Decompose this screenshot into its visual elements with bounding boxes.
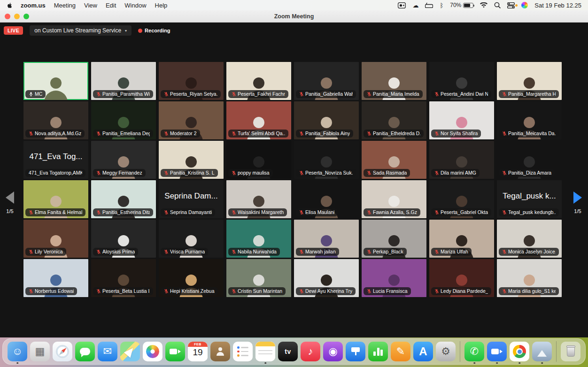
dock-notes-icon[interactable] bbox=[255, 342, 275, 361]
participant-tile[interactable]: Perkap_Black bbox=[362, 220, 426, 258]
prev-page-arrow-icon[interactable] bbox=[6, 191, 14, 204]
dock-trash-icon[interactable] bbox=[561, 342, 580, 361]
dock-apple-tv-icon[interactable]: tv bbox=[278, 342, 298, 361]
gallery-prev-page[interactable]: 1/5 bbox=[6, 191, 14, 214]
participant-tile[interactable]: Nabila Nurwahida bbox=[226, 220, 291, 258]
wifi-icon[interactable] bbox=[480, 2, 487, 8]
cloud-icon[interactable]: ☁ bbox=[412, 2, 418, 8]
dock-music-icon[interactable]: ♪ bbox=[301, 342, 320, 361]
participant-tile[interactable]: Peserta_Riyan Setya... bbox=[159, 62, 224, 100]
screen-capture-icon[interactable] bbox=[398, 2, 406, 8]
menu-item-window[interactable]: Window bbox=[124, 2, 146, 9]
apple-menu-icon[interactable] bbox=[7, 1, 13, 9]
participant-tile[interactable]: Peserta_Gabriel Okta... bbox=[429, 180, 494, 218]
keyboard-icon[interactable] bbox=[425, 3, 433, 8]
dock-finder-icon[interactable]: ☺ bbox=[8, 342, 27, 361]
menu-item-edit[interactable]: Edit bbox=[106, 2, 116, 9]
battery-indicator[interactable]: 70% bbox=[450, 2, 473, 8]
dock-pages-icon[interactable]: ✎ bbox=[391, 342, 410, 361]
participant-tile[interactable]: Panitia_Estherina Dita bbox=[91, 180, 156, 218]
dock-system-preferences-icon[interactable]: ⚙ bbox=[436, 342, 456, 361]
participant-tile[interactable]: Elma Fanita & Helmalia bbox=[23, 180, 88, 218]
participant-tile[interactable]: Hepi Kristiani Zebua bbox=[159, 259, 224, 297]
participant-tile[interactable]: Panitia_Maria Imelda bbox=[362, 62, 426, 100]
participant-tile[interactable]: Panitia_Fabiola Ainy bbox=[294, 101, 359, 139]
gallery-next-page[interactable]: 1/5 bbox=[573, 191, 582, 214]
participant-tile[interactable]: Monica Jaselyn Joice... bbox=[497, 220, 562, 258]
participant-tile[interactable]: Panitia_Paramitha Wi... bbox=[91, 62, 156, 100]
menu-bar-clock[interactable]: Sat 19 Feb 12.25 bbox=[534, 2, 581, 9]
participant-tile[interactable]: Peserta_Fakhri Fachr... bbox=[226, 62, 291, 100]
participant-tile[interactable]: Norbertus Edowai bbox=[23, 259, 88, 297]
menu-item-help[interactable]: Help bbox=[155, 2, 168, 9]
participant-tile[interactable]: Waisaktini Margareth bbox=[226, 180, 291, 218]
participant-tile[interactable]: Fawnia Azalia, S.Gz bbox=[362, 180, 426, 218]
participant-tile[interactable]: Panitia_Kristina S. L bbox=[159, 141, 224, 179]
participant-tile[interactable]: Aloysius Prima bbox=[91, 220, 156, 258]
participant-tile[interactable]: Lily Veronica bbox=[23, 220, 88, 258]
participant-tile[interactable]: Tegal_pusk k...Tegal_pusk kedungb... bbox=[497, 180, 562, 218]
participant-tile[interactable]: Turfa' Selmi Abdi Qa... bbox=[226, 101, 291, 139]
menu-item-view[interactable]: View bbox=[84, 2, 97, 9]
dock-app-store-icon[interactable]: A bbox=[413, 342, 433, 361]
minimize-window-button[interactable] bbox=[14, 14, 20, 19]
participant-tile[interactable]: Panitia_Margaretha Hia bbox=[497, 62, 562, 100]
dock-preview-document-icon[interactable] bbox=[532, 342, 552, 361]
live-stream-dropdown[interactable]: on Custom Live Streaming Service ▾ bbox=[30, 25, 132, 36]
participant-tile[interactable]: Vrisca Purnama bbox=[159, 220, 224, 258]
participant-tile[interactable]: Nor Syifa Shafira bbox=[429, 101, 494, 139]
participant-tile[interactable]: Elisa Maulani bbox=[294, 180, 359, 218]
dock-chrome-icon[interactable] bbox=[510, 342, 529, 361]
dock-reminders-icon[interactable] bbox=[233, 342, 253, 361]
participant-tile[interactable]: 471_Eva Tog...471_Eva Togatorop,AMK bbox=[23, 141, 88, 179]
participant-tile[interactable]: Dewi Ayu Kherina Try bbox=[294, 259, 359, 297]
dock-facetime-icon[interactable] bbox=[165, 342, 185, 361]
dock-safari-icon[interactable] bbox=[53, 342, 72, 361]
bluetooth-icon[interactable]: ᛒ bbox=[440, 2, 443, 8]
participant-tile[interactable]: MC bbox=[23, 62, 88, 100]
participant-tile[interactable]: Mariza Ulfah bbox=[429, 220, 494, 258]
dock-keynote-icon[interactable] bbox=[346, 342, 365, 361]
participant-tile[interactable]: Sada Rasmada bbox=[362, 141, 426, 179]
dock-numbers-icon[interactable] bbox=[368, 342, 388, 361]
participant-tile[interactable]: Panitia_Gabriella Wah... bbox=[294, 62, 359, 100]
dock-zoom-icon[interactable] bbox=[487, 342, 507, 361]
participant-tile[interactable]: Peserta_Novriza Suk... bbox=[294, 141, 359, 179]
menu-app-name[interactable]: zoom.us bbox=[21, 2, 46, 9]
participant-tile[interactable]: poppy maulisa bbox=[226, 141, 291, 179]
participant-tile[interactable]: Nova aditya,A.Md.Gz bbox=[23, 101, 88, 139]
participant-tile[interactable]: Ledy Diana Pardede_... bbox=[429, 259, 494, 297]
participant-tile[interactable]: Dila marini AMG bbox=[429, 141, 494, 179]
control-center-icon[interactable] bbox=[521, 2, 528, 8]
dock-calendar-icon[interactable]: FEB19 bbox=[188, 342, 208, 361]
participant-tile[interactable]: Seprina Dam...Seprina Damayanti bbox=[159, 180, 224, 218]
participant-tile[interactable]: Peserta_Beta Lustia I... bbox=[91, 259, 156, 297]
spotlight-search-icon[interactable] bbox=[494, 2, 501, 8]
participant-tile[interactable]: Lucia Fransisca bbox=[362, 259, 426, 297]
participant-tile[interactable]: Marwah jailan bbox=[294, 220, 359, 258]
participant-tile[interactable]: Panitia_Diza Amara bbox=[497, 141, 562, 179]
participant-tile[interactable]: Panitia_Etheldreda D... bbox=[362, 101, 426, 139]
dock-launchpad-icon[interactable]: ▦ bbox=[30, 342, 50, 361]
close-window-button[interactable] bbox=[5, 14, 10, 19]
next-page-arrow-icon[interactable] bbox=[573, 191, 582, 204]
recording-indicator[interactable]: Recording bbox=[138, 28, 170, 33]
dock-photos-icon[interactable] bbox=[143, 342, 162, 361]
menu-item-meeting[interactable]: Meeting bbox=[54, 2, 76, 9]
window-title-bar: Zoom Meeting bbox=[0, 10, 588, 23]
maximize-window-button[interactable] bbox=[23, 14, 29, 19]
dock-mail-icon[interactable]: ✉ bbox=[98, 342, 117, 361]
participant-tile[interactable]: Cristin Sun Marintan bbox=[226, 259, 291, 297]
dock-podcasts-icon[interactable]: ◉ bbox=[323, 342, 343, 361]
fast-user-switch-icon[interactable] bbox=[507, 2, 515, 8]
dock-maps-icon[interactable] bbox=[120, 342, 140, 361]
participant-tile[interactable]: Meggy Fernandez bbox=[91, 141, 156, 179]
participant-tile[interactable]: Peserta_Andini Dwi N... bbox=[429, 62, 494, 100]
participant-tile[interactable]: Moderator 2 bbox=[159, 101, 224, 139]
dock-whatsapp-icon[interactable]: ✆ bbox=[464, 342, 484, 361]
participant-tile[interactable]: Panitia_Meicavita Da... bbox=[497, 101, 562, 139]
dock-contacts-icon[interactable] bbox=[210, 342, 230, 361]
participant-tile[interactable]: Maria dilia gulo_S1 ke... bbox=[497, 259, 562, 297]
participant-tile[interactable]: Panitia_Emeliana Degei bbox=[91, 101, 156, 139]
dock-messages-icon[interactable] bbox=[75, 342, 95, 361]
